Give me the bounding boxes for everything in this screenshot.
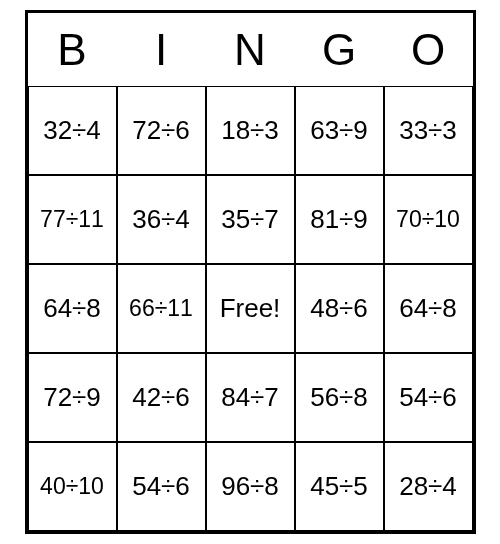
header-g: G [295, 13, 384, 86]
bingo-cell[interactable]: 63÷9 [295, 86, 384, 175]
bingo-cell[interactable]: 33÷3 [384, 86, 473, 175]
grid-row: 64÷8 66÷11 Free! 48÷6 64÷8 [28, 264, 473, 353]
bingo-cell[interactable]: 72÷9 [28, 353, 117, 442]
bingo-cell[interactable]: 54÷6 [384, 353, 473, 442]
bingo-cell[interactable]: 36÷4 [117, 175, 206, 264]
bingo-cell[interactable]: 84÷7 [206, 353, 295, 442]
bingo-cell[interactable]: 54÷6 [117, 442, 206, 531]
bingo-card: B I N G O 32÷4 72÷6 18÷3 63÷9 33÷3 77÷11… [25, 10, 476, 534]
header-n: N [206, 13, 295, 86]
header-o: O [384, 13, 473, 86]
header-b: B [28, 13, 117, 86]
bingo-free-cell[interactable]: Free! [206, 264, 295, 353]
bingo-cell[interactable]: 28÷4 [384, 442, 473, 531]
bingo-cell[interactable]: 48÷6 [295, 264, 384, 353]
bingo-cell[interactable]: 64÷8 [384, 264, 473, 353]
bingo-cell[interactable]: 77÷11 [28, 175, 117, 264]
bingo-cell[interactable]: 18÷3 [206, 86, 295, 175]
grid-row: 40÷10 54÷6 96÷8 45÷5 28÷4 [28, 442, 473, 531]
bingo-cell[interactable]: 81÷9 [295, 175, 384, 264]
bingo-cell[interactable]: 40÷10 [28, 442, 117, 531]
bingo-cell[interactable]: 66÷11 [117, 264, 206, 353]
bingo-cell[interactable]: 42÷6 [117, 353, 206, 442]
header-i: I [117, 13, 206, 86]
grid-row: 32÷4 72÷6 18÷3 63÷9 33÷3 [28, 86, 473, 175]
bingo-cell[interactable]: 45÷5 [295, 442, 384, 531]
bingo-cell[interactable]: 96÷8 [206, 442, 295, 531]
bingo-cell[interactable]: 64÷8 [28, 264, 117, 353]
grid-row: 77÷11 36÷4 35÷7 81÷9 70÷10 [28, 175, 473, 264]
bingo-cell[interactable]: 56÷8 [295, 353, 384, 442]
bingo-cell[interactable]: 72÷6 [117, 86, 206, 175]
bingo-grid: 32÷4 72÷6 18÷3 63÷9 33÷3 77÷11 36÷4 35÷7… [28, 86, 473, 531]
bingo-header-row: B I N G O [28, 13, 473, 86]
bingo-cell[interactable]: 35÷7 [206, 175, 295, 264]
bingo-cell[interactable]: 70÷10 [384, 175, 473, 264]
grid-row: 72÷9 42÷6 84÷7 56÷8 54÷6 [28, 353, 473, 442]
bingo-cell[interactable]: 32÷4 [28, 86, 117, 175]
